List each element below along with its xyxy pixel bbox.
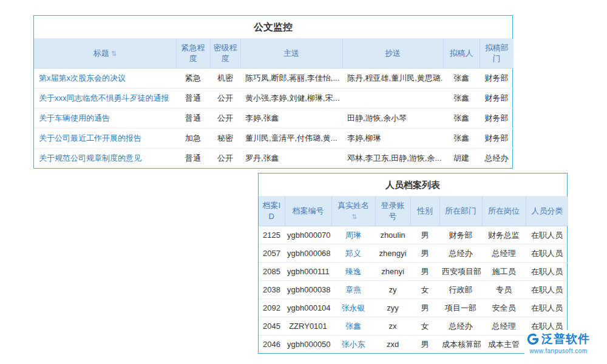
position-cell: 专员 (482, 281, 526, 299)
secrecy-cell: 秘密 (210, 129, 240, 149)
sort-icon[interactable]: ⇅ (111, 50, 117, 57)
gender-cell: 男 (410, 226, 439, 244)
personnel-panel: 人员档案列表 档案ID档案编号真实姓名⇅登录账号性别所在部门所在岗位人员分类 2… (258, 173, 568, 354)
name-cell[interactable]: 臻逸 (331, 263, 375, 281)
gender-cell: 男 (410, 263, 439, 281)
main-to-cell: 罗丹,张鑫 (240, 149, 342, 169)
dept-cell: 财务部 (439, 226, 482, 244)
title-cell[interactable]: 关于xxx同志临危不惧勇斗歹徒的通报 (34, 89, 176, 109)
table-row[interactable]: 2046ygbh000050张小东zxd男成本核算部成本主管在职人员 (259, 335, 568, 354)
name-cell[interactable]: 张小东 (331, 335, 375, 354)
urgency-cell: 普通 (176, 109, 210, 129)
gender-cell: 女 (410, 281, 439, 299)
column-header-5[interactable]: 性别 (410, 197, 439, 226)
column-header-label: 人员分类 (531, 206, 563, 215)
dept-cell: 行政部 (439, 281, 482, 299)
column-header-label: 真实姓名 (337, 201, 369, 210)
cc-cell: 邓林,李卫东,田静,游恢,余... (342, 149, 443, 169)
sort-icon[interactable]: ⇅ (351, 213, 357, 220)
table-row[interactable]: 关于规范公司规章制度的意见普通公开罗丹,张鑫邓林,李卫东,田静,游恢,余...胡… (34, 149, 514, 169)
code-cell: ygbh000070 (285, 226, 331, 244)
title-cell[interactable]: 关于公司最近工作开展的报告 (34, 129, 176, 149)
column-header-2[interactable]: 紧急程度 (176, 39, 210, 69)
gender-cell: 男 (410, 299, 439, 317)
secrecy-cell: 机密 (210, 69, 240, 89)
code-cell: ygbh000104 (285, 299, 331, 317)
name-cell[interactable]: 张永银 (331, 299, 375, 317)
column-header-8[interactable]: 人员分类 (526, 197, 568, 226)
dept-cell: 财务部 (480, 89, 514, 109)
dept-cell: 总经办 (439, 317, 482, 335)
column-header-1[interactable]: 档案ID (259, 197, 285, 226)
column-header-label: 性别 (417, 206, 433, 215)
table-row[interactable]: 2038ygbh000038章燕zy女行政部专员在职人员 (259, 281, 568, 299)
urgency-cell: 加急 (176, 129, 210, 149)
brand-watermark: 泛普软件 www.fanpusoft.com (524, 330, 594, 356)
cc-cell: 田静,游恢,余小琴 (342, 109, 443, 129)
table-row[interactable]: 关于xxx同志临危不惧勇斗歹徒的通报普通公开黄小强,李婷,刘健,柳琳,宋...张… (34, 89, 514, 109)
account-cell: zxd (375, 335, 410, 354)
urgency-cell: 普通 (176, 149, 210, 169)
table-row[interactable]: 2045ZZRY0101张鑫zx女总经办总经理在职人员 (259, 317, 568, 335)
table-row[interactable]: 关于公司最近工作开展的报告加急秘密董川民,童清平,付伟璐,黄...李婷,柳琳张鑫… (34, 129, 514, 149)
column-header-1[interactable]: 标题⇅ (34, 39, 176, 69)
column-header-7[interactable]: 拟稿部门 (480, 39, 514, 69)
title-cell[interactable]: 关于车辆使用的通告 (34, 109, 176, 129)
position-cell: 总经理 (482, 244, 526, 263)
column-header-3[interactable]: 真实姓名⇅ (331, 197, 375, 226)
column-header-3[interactable]: 密级程度 (210, 39, 240, 69)
fanpu-logo-icon (527, 333, 539, 345)
column-header-4[interactable]: 登录账号 (375, 197, 410, 226)
id-cell: 2057 (259, 244, 285, 263)
dept-cell: 财务部 (480, 129, 514, 149)
account-cell: zx (375, 317, 410, 335)
column-header-label: 所在部门 (445, 206, 476, 215)
gender-cell: 男 (410, 335, 439, 354)
column-header-4[interactable]: 主送 (240, 39, 342, 69)
dept-cell: 总经办 (439, 244, 482, 263)
table-row[interactable]: 2125ygbh000070周琳zhoulin男财务部财务总监在职人员 (259, 226, 568, 244)
column-header-label: 登录账号 (381, 201, 405, 221)
name-cell[interactable]: 章燕 (331, 281, 375, 299)
doc-table-body: 第x届第x次股东会的决议紧急机密陈巧凤,断郎,蒋丽,李佳怡,...陈丹,程亚雄,… (34, 69, 514, 169)
id-cell: 2046 (259, 335, 285, 354)
main-to-cell: 黄小强,李婷,刘健,柳琳,宋... (240, 89, 342, 109)
drafter-cell: 张鑫 (443, 89, 480, 109)
name-cell[interactable]: 周琳 (331, 226, 375, 244)
doc-monitor-title: 公文监控 (34, 16, 512, 39)
code-cell: ZZRY0101 (285, 317, 331, 335)
title-cell[interactable]: 第x届第x次股东会的决议 (34, 69, 176, 89)
code-cell: ygbh000111 (285, 263, 331, 281)
table-row[interactable]: 2085ygbh000111臻逸zhenyi男西安项目部施工员在职人员 (259, 263, 568, 281)
position-cell: 成本主管 (482, 335, 526, 354)
column-header-6[interactable]: 所在部门 (439, 197, 482, 226)
column-header-6[interactable]: 拟稿人 (443, 39, 480, 69)
table-row[interactable]: 2057ygbh000068郑义zhengyi男总经办总经理在职人员 (259, 244, 568, 263)
category-cell: 在职人员 (526, 281, 568, 299)
column-header-label: 密级程度 (214, 43, 237, 63)
secrecy-cell: 公开 (210, 149, 240, 169)
table-row[interactable]: 第x届第x次股东会的决议紧急机密陈巧凤,断郎,蒋丽,李佳怡,...陈丹,程亚雄,… (34, 69, 514, 89)
category-cell: 在职人员 (526, 244, 568, 263)
drafter-cell: 张鑫 (443, 129, 480, 149)
column-header-label: 所在岗位 (488, 206, 520, 215)
brand-name: 泛普软件 (541, 331, 590, 347)
category-cell: 在职人员 (526, 226, 568, 244)
column-header-5[interactable]: 抄送 (342, 39, 443, 69)
name-cell[interactable]: 郑义 (331, 244, 375, 263)
title-cell[interactable]: 关于规范公司规章制度的意见 (34, 149, 176, 169)
position-cell: 施工员 (482, 263, 526, 281)
main-to-cell: 陈巧凤,断郎,蒋丽,李佳怡,... (240, 69, 342, 89)
column-header-label: 拟稿人 (450, 49, 473, 58)
column-header-label: 抄送 (385, 49, 401, 58)
table-row[interactable]: 2092ygbh000104张永银zyy男项目一部安全员在职人员 (259, 299, 568, 317)
category-cell: 在职人员 (526, 263, 568, 281)
table-row[interactable]: 关于车辆使用的通告普通公开李婷,张鑫田静,游恢,余小琴张鑫财务部 (34, 109, 514, 129)
column-header-2[interactable]: 档案编号 (285, 197, 331, 226)
name-cell[interactable]: 张鑫 (331, 317, 375, 335)
drafter-cell: 张鑫 (443, 109, 480, 129)
column-header-label: 紧急程度 (181, 43, 205, 63)
account-cell: zhoulin (375, 226, 410, 244)
code-cell: ygbh000050 (285, 335, 331, 354)
column-header-7[interactable]: 所在岗位 (482, 197, 526, 226)
